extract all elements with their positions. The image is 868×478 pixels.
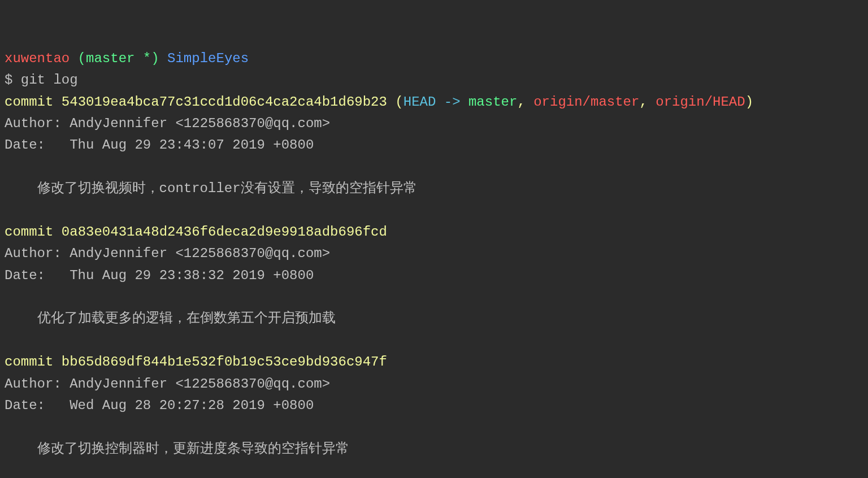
- date-line: Date: Thu Aug 29 23:43:07 2019 +0800: [5, 137, 314, 153]
- refs-open: (: [387, 94, 403, 110]
- author-line: Author: AndyJennifer <1225868370@qq.com>: [5, 116, 330, 131]
- date-label: Date:: [5, 137, 70, 153]
- author-label: Author:: [5, 246, 70, 261]
- commit-label: commit: [5, 94, 62, 110]
- refs-origin-master: origin/master: [533, 94, 639, 110]
- commit-label: commit: [5, 354, 62, 370]
- refs-close: ): [745, 94, 753, 110]
- commit-line-1: commit 0a83e0431a48d2436f6deca2d9e9918ad…: [5, 224, 387, 240]
- commit-message: 修改了切换控制器时，更新进度条导致的空指针异常: [5, 441, 349, 457]
- date-label: Date:: [5, 398, 70, 413]
- command-text: git log: [21, 72, 78, 88]
- prompt-branch: master *: [86, 51, 151, 66]
- command-line: $ git log: [5, 72, 78, 88]
- refs-sep: ,: [639, 94, 656, 110]
- prompt-branch-close: ): [151, 51, 167, 66]
- author-line: Author: AndyJennifer <1225868370@qq.com>: [5, 376, 330, 392]
- date-value: Thu Aug 29 23:43:07 2019 +0800: [70, 137, 314, 153]
- author-line: Author: AndyJennifer <1225868370@qq.com>: [5, 246, 330, 261]
- author-value: AndyJennifer <1225868370@qq.com>: [70, 376, 330, 392]
- refs-sep: ,: [517, 94, 533, 110]
- terminal-output: xuwentao (master *) SimpleEyes $ git log…: [5, 48, 863, 460]
- commit-message: 优化了加载更多的逻辑，在倒数第五个开启预加载: [5, 311, 336, 326]
- author-label: Author:: [5, 116, 70, 131]
- commit-hash: bb65d869df844b1e532f0b19c53ce9bd936c947f: [62, 354, 387, 370]
- commit-message: 修改了切换视频时，controller没有设置，导致的空指针异常: [5, 181, 417, 196]
- prompt-repo: SimpleEyes: [167, 51, 249, 66]
- commit-line-0: commit 543019ea4bca77c31ccd1d06c4ca2ca4b…: [5, 94, 753, 110]
- commit-hash: 0a83e0431a48d2436f6deca2d9e9918adb696fcd: [62, 224, 387, 240]
- date-value: Thu Aug 29 23:38:32 2019 +0800: [70, 268, 314, 283]
- refs-head: HEAD ->: [403, 94, 468, 110]
- refs-origin-head: origin/HEAD: [656, 94, 745, 110]
- author-label: Author:: [5, 376, 70, 392]
- date-label: Date:: [5, 268, 70, 283]
- commit-label: commit: [5, 224, 62, 240]
- date-line: Date: Thu Aug 29 23:38:32 2019 +0800: [5, 268, 314, 283]
- prompt-line: xuwentao (master *) SimpleEyes: [5, 51, 249, 66]
- commit-line-2: commit bb65d869df844b1e532f0b19c53ce9bd9…: [5, 354, 387, 370]
- prompt-branch-open: (: [70, 51, 86, 66]
- refs-master: master: [468, 94, 517, 110]
- command-symbol: $: [5, 72, 21, 88]
- date-line: Date: Wed Aug 28 20:27:28 2019 +0800: [5, 398, 314, 413]
- author-value: AndyJennifer <1225868370@qq.com>: [70, 116, 330, 131]
- prompt-user: xuwentao: [5, 51, 70, 66]
- commit-hash: 543019ea4bca77c31ccd1d06c4ca2ca4b1d69b23: [62, 94, 387, 110]
- author-value: AndyJennifer <1225868370@qq.com>: [70, 246, 330, 261]
- date-value: Wed Aug 28 20:27:28 2019 +0800: [70, 398, 314, 413]
